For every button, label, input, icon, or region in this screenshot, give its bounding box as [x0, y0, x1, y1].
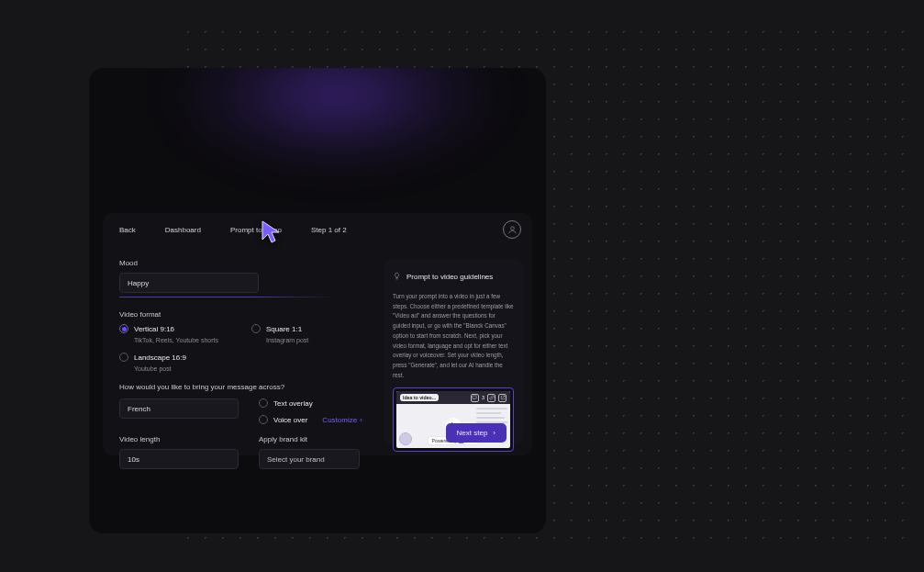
customize-label: Customize [322, 416, 357, 424]
format-option-vertical[interactable]: Vertical 9:16 TikTok, Reels, Youtube sho… [119, 324, 248, 343]
lightbulb-icon [393, 268, 401, 285]
format-landscape-sub: Youtube post [134, 365, 248, 372]
text-overlay-option[interactable]: Text overlay [259, 398, 362, 408]
chevron-right-icon: › [493, 429, 495, 437]
thumb-header: Idea to video... 3 [396, 391, 510, 404]
format-square-sub: Instagram post [266, 337, 380, 343]
top-bar: Back Dashboard Prompt to video Step 1 of… [103, 213, 532, 246]
customize-link[interactable]: Customize › [322, 416, 362, 424]
breadcrumb-dashboard[interactable]: Dashboard [165, 226, 201, 234]
format-option-square[interactable]: Square 1:1 Instagram post [251, 324, 380, 343]
next-step-button[interactable]: Next step › [446, 423, 507, 443]
mood-input[interactable]: Happy [119, 273, 259, 293]
language-value: French [128, 405, 150, 413]
app-window: Back Dashboard Prompt to video Step 1 of… [89, 68, 546, 533]
thumb-avatar-icon [399, 432, 412, 445]
step-indicator: Step 1 of 2 [311, 226, 347, 234]
mood-value: Happy [128, 279, 149, 287]
language-select[interactable]: French [119, 398, 239, 419]
back-link[interactable]: Back [119, 226, 136, 234]
brand-kit-label: Apply brand kit [259, 435, 360, 443]
svg-point-0 [510, 226, 514, 230]
brand-placeholder: Select your brand [267, 455, 325, 464]
video-length-input[interactable]: 10s [119, 449, 239, 469]
radio-unchecked-icon [119, 353, 128, 362]
video-length-value: 10s [128, 455, 139, 464]
format-landscape-title: Landscape 16:9 [134, 353, 186, 362]
brand-select[interactable]: Select your brand [259, 449, 360, 469]
next-step-label: Next step [457, 429, 488, 437]
guidelines-title: Prompt to video guidelines [406, 273, 493, 281]
radio-unchecked-icon [259, 415, 268, 424]
thumb-comment-count: 3 [482, 395, 484, 400]
format-square-title: Square 1:1 [266, 325, 302, 333]
voice-over-label: Voice over [273, 416, 307, 424]
mood-underline [119, 297, 338, 297]
video-format-label: Video format [119, 310, 371, 319]
form-panel: Back Dashboard Prompt to video Step 1 of… [103, 213, 532, 455]
guidelines-body: Turn your prompt into a video in just a … [393, 292, 514, 380]
chevron-right-icon: › [360, 416, 362, 424]
voice-over-option[interactable]: Voice over Customize › [259, 415, 362, 424]
svg-rect-1 [473, 396, 477, 398]
breadcrumb-prompt-to-video[interactable]: Prompt to video [230, 226, 282, 234]
user-icon [507, 225, 518, 235]
video-length-label: Video length [119, 435, 239, 443]
link-icon [487, 394, 495, 402]
user-avatar-button[interactable] [503, 220, 521, 239]
radio-checked-icon [119, 324, 128, 333]
format-option-landscape[interactable]: Landscape 16:9 Youtube post [119, 353, 248, 372]
mood-label: Mood [119, 259, 371, 267]
external-link-icon [498, 394, 507, 402]
message-across-question: How would you like to bring your message… [119, 383, 371, 391]
guidelines-card: Prompt to video guidelines Turn your pro… [384, 259, 523, 444]
text-overlay-label: Text overlay [273, 399, 313, 408]
header-glow [162, 68, 511, 178]
format-vertical-sub: TikTok, Reels, Youtube shorts [134, 337, 248, 343]
radio-unchecked-icon [259, 398, 268, 408]
radio-unchecked-icon [251, 324, 261, 333]
comment-icon [471, 394, 479, 402]
thumb-title-pill: Idea to video... [400, 394, 439, 401]
format-vertical-title: Vertical 9:16 [134, 325, 174, 333]
